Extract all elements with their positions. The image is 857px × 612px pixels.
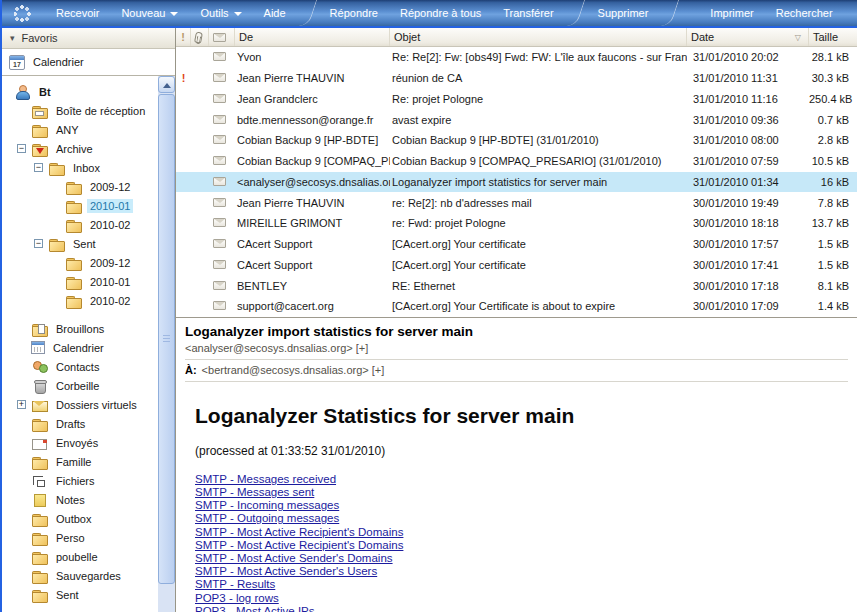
status-column-header[interactable]	[209, 28, 235, 46]
tree-item-sent-2010-02[interactable]: 2010-02	[2, 291, 158, 310]
tree-item-account-bt[interactable]: Bt	[2, 82, 158, 101]
tree-item-fichiers[interactable]: Fichiers	[2, 471, 158, 490]
size-column-header[interactable]: Taille	[809, 28, 857, 46]
tree-item-famille[interactable]: Famille	[2, 452, 158, 471]
tree-item-2010-02[interactable]: 2010-02	[2, 215, 158, 234]
email-row[interactable]: Cobian Backup 9 [COMPAQ_PRESARIO]Cobian …	[176, 151, 857, 172]
link-smtp-recipients-domains-1[interactable]: SMTP - Most Active Recipient's Domains	[195, 526, 403, 539]
email-size: 250.4 kB	[809, 93, 857, 105]
scroll-up-button[interactable]	[158, 76, 175, 93]
tree-item-2010-01-selected[interactable]: 2010-01	[2, 196, 158, 215]
email-row[interactable]: CAcert Support[CAcert.org] Your certific…	[176, 255, 857, 276]
folder-icon	[31, 455, 48, 469]
email-size: 1.4 kB	[809, 300, 857, 312]
scrollbar-thumb[interactable]	[158, 94, 175, 584]
email-size: 0.7 kB	[809, 114, 857, 126]
link-smtp-senders-domains[interactable]: SMTP - Most Active Sender's Domains	[195, 552, 393, 565]
tree-item-drafts-fr[interactable]: Brouillons	[2, 319, 158, 338]
folder-icon	[65, 199, 82, 213]
tree-item-calendar[interactable]: Calendrier	[2, 338, 158, 357]
forward-button[interactable]: Transférer	[492, 0, 564, 26]
tree-item-archive-inbox[interactable]: −Inbox	[2, 158, 158, 177]
chevron-down-icon	[234, 12, 242, 16]
processed-timestamp: (processed at 01:33:52 31/01/2010)	[195, 444, 847, 458]
folder-icon	[48, 237, 65, 251]
collapse-minus-icon[interactable]: −	[34, 163, 43, 172]
email-subject: re: Re[2]: nb d'adresses mail	[390, 197, 687, 209]
email-row-selected[interactable]: <analyser@secosys.dnsalias.org>Loganalyz…	[176, 172, 857, 193]
calendar-icon	[31, 341, 45, 354]
email-row[interactable]: !Jean Pierre THAUVINréunion de CA31/01/2…	[176, 68, 857, 89]
link-pop3-most-active-ips[interactable]: POP3 - Most Active IPs	[195, 605, 315, 612]
email-row[interactable]: MIREILLE GRIMONTre: Fwd: projet Pologne3…	[176, 213, 857, 234]
email-row[interactable]: Jean Pierre THAUVINre: Re[2]: nb d'adres…	[176, 192, 857, 213]
folder-icon	[65, 180, 82, 194]
envelope-icon	[213, 115, 226, 124]
tree-item-2009-12[interactable]: 2009-12	[2, 177, 158, 196]
email-row[interactable]: bdte.mennesson@orange.fravast expire31/0…	[176, 109, 857, 130]
tree-item-notes[interactable]: Notes	[2, 490, 158, 509]
tree-item-poubelle[interactable]: poubelle	[2, 547, 158, 566]
link-smtp-messages-sent[interactable]: SMTP - Messages sent	[195, 486, 314, 499]
reply-button[interactable]: Répondre	[319, 0, 389, 26]
tree-item-any[interactable]: ANY	[2, 120, 158, 139]
collapse-minus-icon[interactable]: −	[34, 239, 43, 248]
trash-icon	[31, 379, 48, 393]
favorites-header[interactable]: ▾ Favoris	[2, 28, 175, 49]
mail-client-window: Recevoir Nouveau Outils Aide Répondre Ré…	[0, 0, 857, 612]
email-subject: Re: projet Pologne	[390, 93, 687, 105]
search-button[interactable]: Rechercher	[765, 0, 844, 26]
date-column-header[interactable]: Date▽	[687, 28, 809, 46]
email-from: Cobian Backup 9 [COMPAQ_PRESARIO]	[235, 155, 390, 167]
favorite-item-calendar[interactable]: 17 Calendrier	[2, 49, 175, 76]
tools-button[interactable]: Outils	[189, 0, 252, 26]
link-smtp-outgoing[interactable]: SMTP - Outgoing messages	[195, 512, 339, 525]
email-row[interactable]: BENTLEYRE: Ethernet30/01/2010 17:188.1 k…	[176, 275, 857, 296]
tree-item-drafts[interactable]: Drafts	[2, 414, 158, 433]
tree-item-sent-2009-12[interactable]: 2009-12	[2, 253, 158, 272]
help-button[interactable]: Aide	[253, 0, 297, 26]
link-smtp-incoming[interactable]: SMTP - Incoming messages	[195, 499, 339, 512]
email-row[interactable]: Jean GrandclercRe: projet Pologne31/01/2…	[176, 89, 857, 110]
email-row[interactable]: YvonRe: Re[2]: Fw: [obs49] Fwd: FW: L'îl…	[176, 47, 857, 68]
from-column-header[interactable]: De	[235, 28, 390, 46]
archive-folder-icon	[31, 142, 48, 156]
tree-item-sent-mail[interactable]: Envoyés	[2, 433, 158, 452]
tree-item-inbox[interactable]: Boîte de réception	[2, 101, 158, 120]
tree-item-trash[interactable]: Corbeille	[2, 376, 158, 395]
priority-column-header[interactable]: !	[176, 28, 191, 46]
calendar-icon: 17	[9, 55, 25, 70]
delete-button[interactable]: Supprimer	[587, 0, 660, 26]
collapse-minus-icon[interactable]: −	[17, 144, 26, 153]
link-pop3-log-rows[interactable]: POP3 - log rows	[195, 592, 279, 605]
drafts-folder-icon	[31, 322, 48, 336]
tree-item-contacts[interactable]: Contacts	[2, 357, 158, 376]
tree-item-sauvegardes[interactable]: Sauvegardes	[2, 566, 158, 585]
email-date: 31/01/2010 07:59	[687, 155, 809, 167]
link-smtp-results[interactable]: SMTP - Results	[195, 578, 275, 591]
email-date: 30/01/2010 17:18	[687, 280, 809, 292]
email-row[interactable]: support@cacert.org[CAcert.org] Your Cert…	[176, 296, 857, 317]
tree-item-sent2[interactable]: Sent	[2, 585, 158, 604]
email-date: 30/01/2010 17:41	[687, 259, 809, 271]
email-row[interactable]: CAcert Support[CAcert.org] Your certific…	[176, 234, 857, 255]
link-smtp-messages-received[interactable]: SMTP - Messages received	[195, 473, 336, 486]
tree-item-sent-2010-01[interactable]: 2010-01	[2, 272, 158, 291]
email-from: Yvon	[235, 51, 390, 63]
expand-plus-icon[interactable]: +	[17, 400, 26, 409]
link-smtp-recipients-domains-2[interactable]: SMTP - Most Active Recipient's Domains	[195, 539, 403, 552]
tree-scrollbar[interactable]	[158, 76, 175, 612]
tree-item-virtual-folders[interactable]: +Dossiers virtuels	[2, 395, 158, 414]
tree-item-archive[interactable]: −Archive	[2, 139, 158, 158]
reply-all-button[interactable]: Répondre à tous	[389, 0, 492, 26]
new-message-button[interactable]: Nouveau	[110, 0, 189, 26]
tree-item-perso[interactable]: Perso	[2, 528, 158, 547]
attachment-column-header[interactable]	[191, 28, 209, 46]
print-button[interactable]: Imprimer	[699, 0, 764, 26]
link-smtp-senders-users[interactable]: SMTP - Most Active Sender's Users	[195, 565, 377, 578]
subject-column-header[interactable]: Objet	[390, 28, 687, 46]
receive-button[interactable]: Recevoir	[45, 0, 110, 26]
tree-item-outbox[interactable]: Outbox	[2, 509, 158, 528]
tree-item-archive-sent[interactable]: −Sent	[2, 234, 158, 253]
email-row[interactable]: Cobian Backup 9 [HP-BDTE]Cobian Backup 9…	[176, 130, 857, 151]
